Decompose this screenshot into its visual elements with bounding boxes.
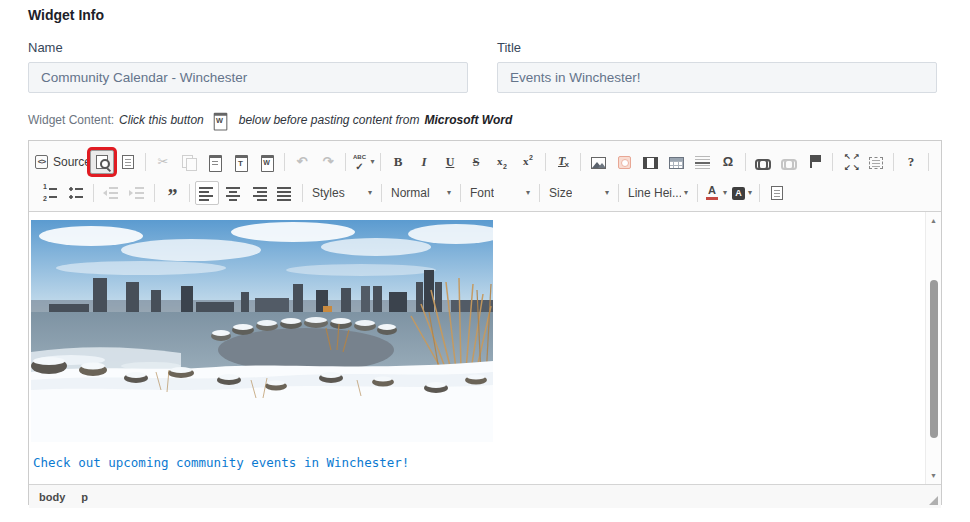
- name-input[interactable]: [28, 62, 468, 93]
- name-label: Name: [28, 40, 468, 55]
- templates-icon: [122, 155, 134, 169]
- decrease-indent-button: [99, 181, 123, 205]
- font-dropdown[interactable]: Font▾: [467, 182, 533, 204]
- about-button[interactable]: [899, 150, 923, 174]
- hr-icon: [695, 156, 710, 169]
- title-input[interactable]: [497, 62, 937, 93]
- toolbar-separator: [745, 153, 746, 171]
- winter-city-skyline-photo[interactable]: [31, 220, 493, 442]
- strike-icon: [468, 154, 484, 170]
- superscript-button[interactable]: [516, 150, 540, 174]
- chevron-down-icon: ▾: [748, 189, 752, 197]
- paste-word-icon: [259, 154, 275, 170]
- resize-grip[interactable]: [929, 496, 938, 505]
- blocks-icon: [869, 157, 883, 169]
- bg-color-icon: [732, 187, 745, 200]
- link-button[interactable]: [751, 150, 775, 174]
- insert-image-button[interactable]: [586, 150, 610, 174]
- page-document-button[interactable]: [765, 181, 789, 205]
- toolbar-separator: [460, 184, 461, 202]
- source-button-label: Source: [53, 155, 91, 169]
- editor-scrollbar[interactable]: ▲ ▼: [925, 212, 941, 484]
- font-dropdown-label: Font: [470, 186, 494, 200]
- toolbar-separator: [93, 184, 94, 202]
- scroll-down-button[interactable]: ▼: [926, 472, 941, 479]
- anchor-icon: [807, 154, 823, 170]
- scrollbar-thumb[interactable]: [930, 280, 938, 438]
- toolbar-separator: [154, 184, 155, 202]
- bulleted-list-button[interactable]: [64, 181, 88, 205]
- copy-button: [177, 150, 201, 174]
- editor-link-text[interactable]: Check out upcoming community events in W…: [33, 455, 925, 470]
- chevron-down-icon: ▾: [605, 189, 609, 197]
- title-label: Title: [497, 40, 937, 55]
- underline-icon: [442, 154, 458, 170]
- strikethrough-button[interactable]: [464, 150, 488, 174]
- subscript-button[interactable]: [490, 150, 514, 174]
- preview-button[interactable]: [90, 150, 114, 174]
- text-color-icon: [704, 185, 720, 201]
- background-color-button[interactable]: ▾: [730, 181, 754, 205]
- toolbar-separator: [345, 153, 346, 171]
- align-right-icon: [251, 185, 267, 201]
- toolbar-separator: [580, 153, 581, 171]
- horizontal-rule-button[interactable]: [690, 150, 714, 174]
- paragraph-format-dropdown[interactable]: Normal▾: [388, 182, 454, 204]
- numbered-list-button[interactable]: [38, 181, 62, 205]
- scroll-up-button[interactable]: ▲: [926, 217, 941, 224]
- element-path-body[interactable]: body: [39, 491, 65, 503]
- line-height-dropdown[interactable]: Line Hei...▾: [625, 182, 691, 204]
- microsoft-word-text: Microsoft Word: [425, 113, 513, 127]
- italic-icon: [416, 154, 432, 170]
- toolbar-separator: [893, 153, 894, 171]
- chevron-down-icon: ▾: [723, 189, 727, 197]
- element-path-p[interactable]: p: [81, 491, 88, 503]
- source-button[interactable]: Source: [38, 150, 88, 174]
- templates-button[interactable]: [116, 150, 140, 174]
- chevron-down-icon: ▾: [684, 189, 688, 197]
- editor-content-area[interactable]: Check out upcoming community events in W…: [29, 212, 925, 484]
- instruction-before: Click this button: [119, 113, 204, 127]
- justify-button[interactable]: [273, 181, 297, 205]
- paste-icon: [207, 154, 223, 170]
- undo-button: [290, 150, 314, 174]
- unlink-button: [777, 150, 801, 174]
- special-character-button[interactable]: [716, 150, 740, 174]
- show-blocks-button[interactable]: [864, 150, 888, 174]
- toolbar-separator: [832, 153, 833, 171]
- blockquote-button[interactable]: [160, 181, 184, 205]
- bold-button[interactable]: [386, 150, 410, 174]
- align-right-button[interactable]: [247, 181, 271, 205]
- align-center-button[interactable]: [221, 181, 245, 205]
- toolbar-separator: [545, 153, 546, 171]
- align-left-button[interactable]: [195, 181, 219, 205]
- undo-icon: [294, 154, 310, 170]
- maximize-button[interactable]: [838, 150, 862, 174]
- source-icon: [35, 155, 48, 169]
- maximize-icon: [842, 154, 858, 170]
- doc-icon: [771, 186, 783, 200]
- italic-button[interactable]: [412, 150, 436, 174]
- insert-flash-button[interactable]: [612, 150, 636, 174]
- styles-dropdown[interactable]: Styles▾: [309, 182, 375, 204]
- spell-check-button[interactable]: ▾: [351, 150, 375, 174]
- paste-as-plain-text-button[interactable]: [229, 150, 253, 174]
- toolbar-row-2: Styles▾Normal▾Font▾Size▾Line Hei...▾▾▾: [37, 177, 933, 208]
- flash-icon: [618, 156, 631, 169]
- ul-icon: [68, 185, 84, 201]
- remove-format-button[interactable]: [551, 150, 575, 174]
- text-color-button[interactable]: ▾: [703, 181, 728, 205]
- insert-iframe-button[interactable]: [638, 150, 662, 174]
- paste-from-word-button[interactable]: [255, 150, 279, 174]
- insert-table-button[interactable]: [664, 150, 688, 174]
- toolbar-separator: [145, 153, 146, 171]
- toolbar-separator: [284, 153, 285, 171]
- toolbar-separator: [189, 184, 190, 202]
- element-path-bar: body p: [29, 484, 941, 508]
- paste-button[interactable]: [203, 150, 227, 174]
- underline-button[interactable]: [438, 150, 462, 174]
- anchor-button[interactable]: [803, 150, 827, 174]
- size-dropdown[interactable]: Size▾: [546, 182, 612, 204]
- toolbar-separator: [380, 153, 381, 171]
- editor-content-wrap: Check out upcoming community events in W…: [29, 212, 941, 484]
